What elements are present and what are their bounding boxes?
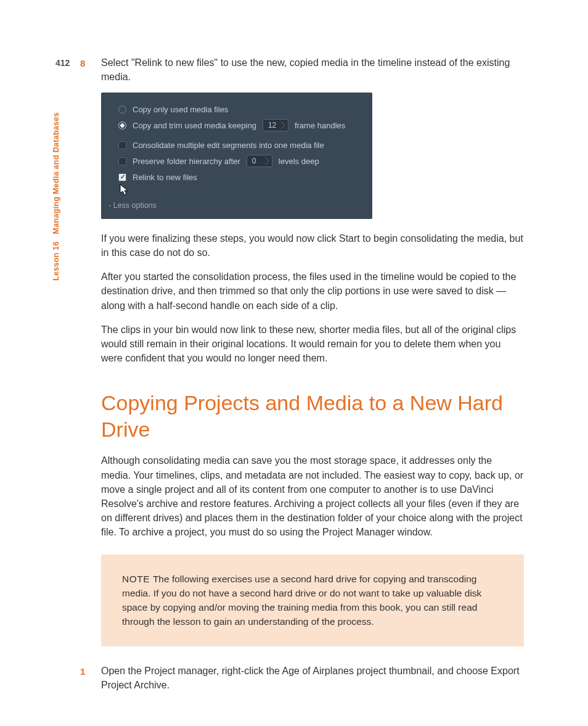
body-paragraph: After you started the consolidation proc… xyxy=(101,270,524,313)
body-paragraph: The clips in your bin would now link to … xyxy=(101,323,524,366)
ui-screenshot-panel: Copy only used media files Copy and trim… xyxy=(101,93,372,219)
levels-deep-stepper[interactable]: 0 xyxy=(247,155,272,167)
lesson-title: Managing Media and Databases xyxy=(52,112,60,234)
step-number: 8 xyxy=(80,56,101,84)
checkbox-icon: ✓ xyxy=(118,173,126,181)
radio-icon xyxy=(118,122,126,130)
checkbox-label-post: levels deep xyxy=(279,154,319,168)
body-paragraph: Although consolidating media can save yo… xyxy=(101,453,524,539)
check-preserve-hierarchy[interactable]: Preserve folder hierarchy after 0 levels… xyxy=(118,153,361,169)
checkbox-label-pre: Preserve folder hierarchy after xyxy=(133,154,240,168)
note-label: NOTE xyxy=(122,574,153,584)
cursor-icon xyxy=(120,184,129,196)
radio-label-post: frame handles xyxy=(295,118,345,133)
section-heading: Copying Projects and Media to a New Hard… xyxy=(101,390,524,442)
note-text: The following exercises use a second har… xyxy=(122,574,481,627)
radio-copy-trim[interactable]: Copy and trim used media keeping 12 fram… xyxy=(118,117,361,133)
checkbox-label: Consolidate multiple edit segments into … xyxy=(133,138,324,152)
running-head: Lesson 16 Managing Media and Databases xyxy=(51,112,62,281)
note-callout: NOTE The following exercises use a secon… xyxy=(101,555,524,646)
checkbox-icon xyxy=(118,157,126,165)
check-consolidate[interactable]: Consolidate multiple edit segments into … xyxy=(118,137,361,153)
step-text: Open the Project manager, right-click th… xyxy=(101,664,524,692)
lesson-number: Lesson 16 xyxy=(52,241,60,281)
less-options-toggle[interactable]: - Less options xyxy=(108,199,361,213)
page-number: 412 xyxy=(55,57,70,69)
main-content: 8 Select "Relink to new files" to use th… xyxy=(80,56,524,701)
checkbox-icon xyxy=(118,141,126,149)
radio-label: Copy only used media files xyxy=(133,102,228,117)
frame-handles-stepper[interactable]: 12 xyxy=(263,119,288,131)
step-text: Select "Relink to new files" to use the … xyxy=(101,56,524,84)
radio-icon xyxy=(118,105,126,113)
radio-copy-only[interactable]: Copy only used media files xyxy=(118,101,361,117)
checkbox-label: Relink to new files xyxy=(133,170,197,184)
step-number: 1 xyxy=(80,664,101,692)
step-8: 8 Select "Relink to new files" to use th… xyxy=(80,56,524,84)
check-relink[interactable]: ✓ Relink to new files xyxy=(118,169,361,185)
step-1: 1 Open the Project manager, right-click … xyxy=(80,664,524,692)
radio-label-pre: Copy and trim used media keeping xyxy=(133,118,256,133)
body-paragraph: If you were finalizing these steps, you … xyxy=(101,231,524,260)
